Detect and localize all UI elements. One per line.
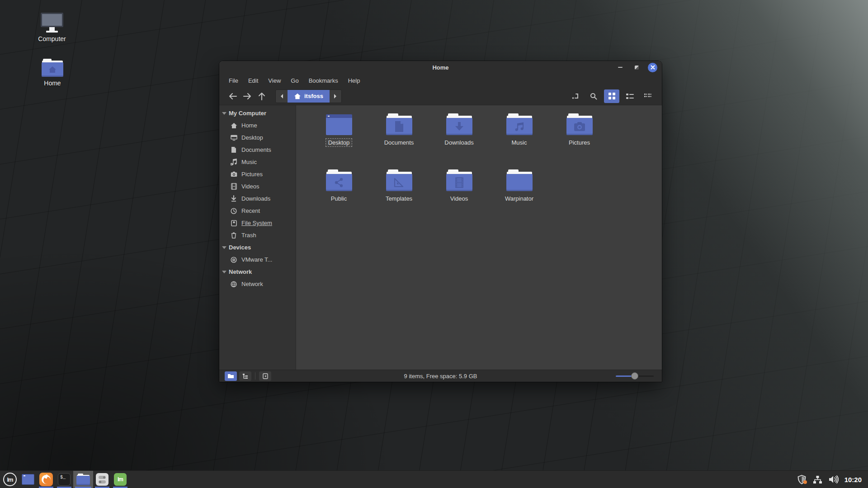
sidebar-item-desktop[interactable]: Desktop — [219, 131, 296, 144]
sidebar-item-label: Documents — [241, 146, 271, 153]
sidebar-item-label: Downloads — [241, 195, 270, 202]
desktop-icon-computer[interactable]: Computer — [27, 13, 77, 42]
zoom-slider[interactable] — [616, 371, 654, 380]
downloads-folder-icon — [446, 113, 472, 135]
back-button[interactable] — [226, 89, 240, 103]
show-desktop-button[interactable] — [19, 471, 37, 488]
menu-view[interactable]: View — [264, 75, 285, 86]
hide-sidebar-button[interactable] — [259, 371, 271, 381]
home-folder-icon — [42, 59, 63, 77]
volume-tray-icon[interactable] — [829, 474, 839, 484]
file-item-public[interactable]: Public — [309, 169, 369, 220]
videos-folder-icon — [446, 169, 472, 191]
breadcrumb-current[interactable]: itsfoss — [288, 90, 330, 103]
breadcrumb-current-label: itsfoss — [304, 93, 323, 99]
sidebar-item-label: Desktop — [241, 134, 263, 141]
mint-green-icon: lm — [114, 473, 127, 486]
file-label: Warpinator — [503, 195, 536, 202]
sidebar-item-videos[interactable]: Videos — [219, 180, 296, 192]
collapse-triangle-icon — [222, 271, 226, 273]
taskbar-item-firefox[interactable] — [37, 471, 55, 488]
sidebar-item-label: Music — [241, 159, 257, 165]
sidebar-item-downloads[interactable]: Downloads — [219, 192, 296, 205]
sidebar-section-network[interactable]: Network — [219, 266, 296, 278]
maximize-button[interactable] — [632, 62, 642, 72]
file-label: Pictures — [566, 139, 592, 146]
menu-help[interactable]: Help — [344, 75, 364, 86]
sidebar-item-music[interactable]: Music — [219, 156, 296, 168]
file-item-templates[interactable]: Templates — [369, 169, 429, 220]
search-button[interactable] — [586, 89, 601, 103]
sidebar-item-file-system[interactable]: File System — [219, 217, 296, 229]
sidebar-item-vmware[interactable]: VMware T... — [219, 253, 296, 266]
taskbar-item-mint-welcome[interactable]: lm — [111, 471, 129, 488]
system-tray: 10:20 — [797, 474, 868, 484]
menu-file[interactable]: File — [225, 75, 242, 86]
statusbar: 9 items, Free space: 5.9 GB — [219, 370, 662, 382]
sidebar-item-network[interactable]: Network — [219, 278, 296, 290]
show-places-button[interactable] — [225, 371, 237, 381]
list-view-icon — [626, 93, 634, 99]
computer-monitor-icon — [41, 13, 63, 33]
document-icon — [230, 146, 237, 154]
desktop-icon-label: Home — [28, 80, 77, 87]
file-item-warpinator[interactable]: Warpinator — [489, 169, 549, 220]
sidebar-item-pictures[interactable]: Pictures — [219, 168, 296, 180]
show-desktop-icon — [22, 474, 34, 485]
taskbar-item-files[interactable] — [73, 471, 93, 488]
forward-button[interactable] — [240, 89, 255, 103]
breadcrumb-right-button[interactable] — [330, 90, 341, 103]
file-item-videos[interactable]: Videos — [429, 169, 489, 220]
document-glyph-icon — [394, 121, 404, 132]
chevron-left-icon — [280, 94, 283, 99]
desktop-icon-home[interactable]: Home — [28, 59, 77, 87]
close-button[interactable] — [648, 63, 657, 72]
terminal-icon: $_ — [58, 473, 71, 486]
taskbar-item-terminal[interactable]: $_ — [55, 471, 73, 488]
toolbar: itsfoss — [219, 87, 662, 105]
sidebar-item-home[interactable]: Home — [219, 119, 296, 131]
close-icon — [651, 65, 655, 70]
file-item-documents[interactable]: Documents — [369, 113, 429, 164]
edit-location-icon — [572, 93, 579, 99]
trash-icon — [230, 232, 237, 239]
desktop-folder-icon — [326, 113, 352, 135]
taskbar-item-settings[interactable] — [93, 471, 111, 488]
minimize-button[interactable] — [615, 62, 625, 72]
sidebar-item-documents[interactable]: Documents — [219, 144, 296, 156]
file-item-music[interactable]: Music — [489, 113, 549, 164]
clock[interactable]: 10:20 — [844, 476, 863, 483]
file-item-downloads[interactable]: Downloads — [429, 113, 489, 164]
file-item-desktop[interactable]: Desktop — [309, 113, 369, 164]
compact-view-button[interactable] — [640, 89, 656, 103]
sidebar-section-label: My Computer — [229, 110, 266, 117]
music-glyph-icon — [514, 121, 525, 132]
up-button[interactable] — [255, 89, 269, 103]
sidebar-item-recent[interactable]: Recent — [219, 205, 296, 217]
desktop-icon — [230, 134, 237, 141]
mint-menu-button[interactable]: lm — [1, 471, 19, 488]
up-arrow-icon — [259, 92, 265, 100]
file-grid[interactable]: Desktop Documents Downloads Music — [296, 105, 662, 370]
list-view-button[interactable] — [622, 89, 637, 103]
file-item-pictures[interactable]: Pictures — [549, 113, 609, 164]
music-icon — [230, 159, 237, 166]
window-title: Home — [432, 64, 448, 71]
file-label: Public — [329, 195, 349, 202]
show-treeview-button[interactable] — [239, 371, 251, 381]
network-tray-icon[interactable] — [813, 474, 823, 484]
menu-edit[interactable]: Edit — [244, 75, 262, 86]
toggle-location-entry-button[interactable] — [568, 89, 583, 103]
sidebar-item-trash[interactable]: Trash — [219, 229, 296, 241]
sidebar-section-devices[interactable]: Devices — [219, 241, 296, 253]
warpinator-folder-icon — [506, 169, 533, 191]
zoom-slider-handle[interactable] — [631, 372, 638, 380]
sidebar-section-my-computer[interactable]: My Computer — [219, 107, 296, 119]
menu-go[interactable]: Go — [287, 75, 302, 86]
icon-view-button[interactable] — [604, 89, 619, 103]
breadcrumb-left-button[interactable] — [276, 90, 288, 103]
titlebar[interactable]: Home — [219, 61, 662, 74]
menu-bookmarks[interactable]: Bookmarks — [305, 75, 342, 86]
pictures-folder-icon — [566, 113, 593, 135]
update-manager-tray-icon[interactable] — [797, 474, 807, 484]
